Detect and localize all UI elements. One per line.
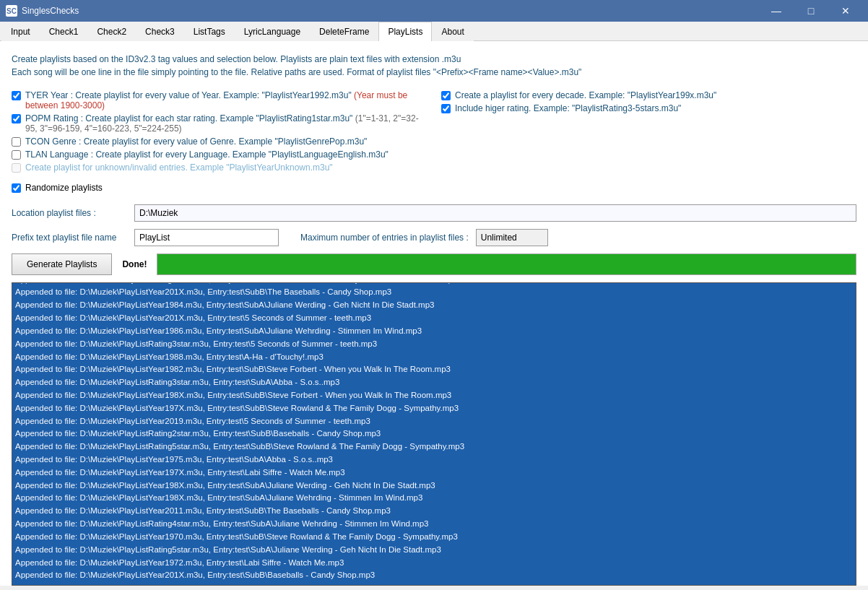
tcon-checkbox[interactable]	[12, 137, 21, 147]
popm-option-row: POPM Rating : Create playlist for each s…	[12, 112, 427, 135]
close-button[interactable]: ✕	[829, 0, 862, 22]
decade-option-row: Create a playlist for every decade. Exam…	[441, 89, 856, 102]
info-block: Create playlists based on the ID3v2.3 ta…	[12, 53, 856, 79]
log-line: Appended to file: D:\Muziek\PlayListYear…	[15, 325, 853, 338]
unknown-label: Create playlist for unknown/invalid entr…	[25, 162, 333, 173]
title-bar-controls: — □ ✕	[760, 0, 862, 22]
window-title: SinglesChecks	[22, 6, 79, 16]
higher-rating-checkbox[interactable]	[441, 104, 451, 113]
maximize-button[interactable]: □	[794, 0, 828, 22]
left-options: TYER Year : Create playlist for every va…	[12, 89, 427, 174]
prefix-input[interactable]	[134, 229, 279, 246]
randomize-row: Randomize playlists	[12, 183, 856, 193]
randomize-label: Randomize playlists	[25, 183, 103, 193]
tab-check1[interactable]: Check1	[40, 22, 88, 41]
generate-playlists-button[interactable]: Generate Playlists	[12, 253, 112, 275]
log-line: Appended to file: D:\Muziek\PlayListYear…	[15, 389, 853, 402]
log-line: Appended to file: D:\Muziek\PlayListYear…	[15, 299, 853, 312]
unknown-checkbox[interactable]	[12, 163, 21, 173]
tcon-option-row: TCON Genre : Create playlist for every v…	[12, 135, 427, 148]
unknown-option-row: Create playlist for unknown/invalid entr…	[12, 161, 427, 174]
app-icon: SC	[6, 5, 17, 17]
location-row: Location playlist files :	[12, 204, 856, 222]
done-label: Done!	[122, 259, 147, 269]
log-line: Appended to file: D:\Muziek\PlayListRati…	[15, 428, 853, 441]
log-line: Appended to file: D:\Muziek\PlayListRati…	[15, 544, 853, 557]
progress-bar-fill	[157, 254, 856, 274]
log-line: Appended to file: D:\Muziek\PlayListRati…	[15, 338, 853, 351]
tyer-label: TYER Year : Create playlist for every va…	[25, 90, 427, 110]
tab-playlists[interactable]: PlayLists	[378, 22, 432, 41]
info-line2: Each song will be one line in the file s…	[12, 66, 856, 79]
log-line: Appended to file: D:\Muziek\PlayListYear…	[15, 312, 853, 325]
log-line: Appended to file: D:\Muziek\PlayListYear…	[15, 402, 853, 415]
higher-rating-label: Include higer rating. Example: "Playlist…	[455, 103, 681, 113]
log-line: Appended to file: D:\Muziek\PlayListYear…	[15, 569, 853, 582]
log-line: Appended to file: D:\Muziek\PlayListYear…	[15, 454, 853, 467]
log-output[interactable]: Appended to file: D:\Muziek\PlayListYear…	[12, 282, 856, 586]
tab-lyriclanguage[interactable]: LyricLanguage	[235, 22, 310, 41]
popm-label: POPM Rating : Create playlist for each s…	[25, 113, 427, 134]
minimize-button[interactable]: —	[760, 0, 793, 22]
action-row: Generate Playlists Done!	[12, 253, 856, 275]
max-input[interactable]	[476, 229, 548, 246]
log-line: Appended to file: D:\Muziek\PlayListYear…	[15, 351, 853, 364]
options-grid: TYER Year : Create playlist for every va…	[12, 89, 856, 174]
max-label: Maximum number of entries in playlist fi…	[300, 233, 469, 243]
tab-check2[interactable]: Check2	[87, 22, 136, 41]
progress-bar-container	[157, 253, 856, 275]
higher-rating-option-row: Include higer rating. Example: "Playlist…	[441, 102, 856, 115]
title-bar-left: SC SinglesChecks	[6, 5, 79, 17]
log-line: Appended to file: D:\Muziek\PlayListYear…	[15, 363, 853, 376]
log-line: Appended to file: D:\Muziek\PlayListYear…	[15, 531, 853, 544]
log-line: Appended to file: D:\Muziek\PlayListYear…	[15, 557, 853, 570]
tab-deleteframe[interactable]: DeleteFrame	[310, 22, 378, 41]
log-line: Appended to file: D:\Muziek\PlayListRati…	[15, 376, 853, 389]
decade-label: Create a playlist for every decade. Exam…	[455, 90, 716, 100]
log-line: Appended to file: D:\Muziek\PlayListYear…	[15, 286, 853, 299]
tlan-label: TLAN Language : Create playlist for ever…	[25, 149, 389, 160]
tab-check3[interactable]: Check3	[136, 22, 184, 41]
info-line1: Create playlists based on the ID3v2.3 ta…	[12, 53, 856, 66]
tlan-option-row: TLAN Language : Create playlist for ever…	[12, 148, 427, 161]
log-line: Appended to file: D:\Muziek\PlayListYear…	[15, 480, 853, 493]
location-input[interactable]	[134, 204, 856, 222]
randomize-checkbox[interactable]	[12, 183, 21, 193]
log-line: Appended to file: D:\Muziek\PlayListRati…	[15, 441, 853, 454]
tcon-label: TCON Genre : Create playlist for every v…	[25, 136, 367, 147]
log-line: Appended to file: D:\Muziek\PlayListYear…	[15, 492, 853, 505]
log-line: Appended to file: D:\Muziek\PlayListYear…	[15, 505, 853, 518]
tlan-checkbox[interactable]	[12, 150, 21, 160]
right-options: Create a playlist for every decade. Exam…	[441, 89, 856, 174]
tyer-option-row: TYER Year : Create playlist for every va…	[12, 89, 427, 112]
popm-checkbox[interactable]	[12, 114, 21, 123]
tab-input[interactable]: Input	[1, 22, 40, 41]
log-line: Appended to file: D:\Muziek\PlayListYear…	[15, 467, 853, 480]
prefix-label: Prefix text playlist file name	[12, 233, 127, 243]
log-line: Appended to file: D:\Muziek\PlayListYear…	[15, 415, 853, 428]
location-label: Location playlist files :	[12, 208, 127, 218]
decade-checkbox[interactable]	[441, 91, 451, 100]
tab-about[interactable]: About	[432, 22, 473, 41]
tyer-checkbox[interactable]	[12, 91, 21, 100]
title-bar: SC SinglesChecks — □ ✕	[0, 0, 868, 22]
main-content: Create playlists based on the ID3v2.3 ta…	[0, 41, 868, 586]
tab-listtags[interactable]: ListTags	[184, 22, 235, 41]
tab-bar: Input Check1 Check2 Check3 ListTags Lyri…	[0, 22, 868, 41]
log-line: Appended to file: D:\Muziek\PlayListRati…	[15, 518, 853, 531]
